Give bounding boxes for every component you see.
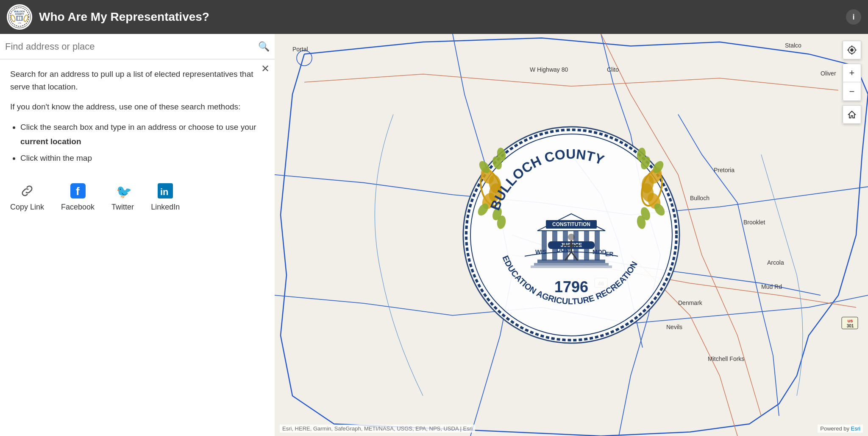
info-panel: Search for an address to pull up a list … — [0, 59, 275, 436]
home-controls — [843, 105, 861, 124]
list-item-1-bold: current location — [20, 137, 81, 146]
left-panel: 🔍 ✕ Search for an address to pull up a l… — [0, 34, 275, 436]
svg-text:f: f — [76, 185, 80, 198]
twitter-button[interactable]: 🐦 Twitter — [111, 182, 134, 212]
list-item-2: Click within the map — [20, 151, 264, 165]
copy-link-button[interactable]: Copy Link — [10, 182, 44, 212]
svg-point-72 — [851, 49, 853, 51]
linkedin-label: LinkedIn — [151, 203, 180, 212]
map-controls: + − — [843, 41, 861, 124]
linkedin-button[interactable]: in LinkedIn — [151, 182, 180, 212]
close-button[interactable]: ✕ — [261, 63, 270, 75]
svg-text:COUNTY: COUNTY — [15, 13, 24, 15]
list-item-1-text: Click the search box and type in an addr… — [20, 123, 256, 131]
facebook-icon: f — [70, 182, 86, 199]
facebook-button[interactable]: f Facebook — [61, 182, 95, 212]
svg-text:in: in — [160, 187, 169, 197]
map-container[interactable]: Portal Stalco Oliver Clito Pretoria Bull… — [275, 34, 868, 436]
info-text-2: If you don't know the address, use one o… — [10, 101, 264, 113]
county-logo: BULLOCH COUNTY 1796 — [7, 4, 32, 30]
twitter-icon: 🐦 — [114, 182, 131, 199]
svg-text:🐦: 🐦 — [116, 184, 131, 198]
zoom-controls: + − — [843, 64, 861, 101]
list-item-2-text: Click within the map — [20, 154, 92, 162]
app-header: BULLOCH COUNTY 1796 Who Are My Represent… — [0, 0, 868, 34]
esri-link[interactable]: Esri — [851, 425, 860, 432]
info-button[interactable]: i — [846, 9, 861, 25]
zoom-in-button[interactable]: + — [843, 64, 861, 82]
info-list: Click the search box and type in an addr… — [20, 120, 264, 165]
facebook-label: Facebook — [61, 203, 95, 212]
main-container: 🔍 ✕ Search for an address to pull up a l… — [0, 34, 868, 436]
zoom-out-button[interactable]: − — [843, 82, 861, 101]
twitter-label: Twitter — [111, 203, 134, 212]
map-canvas — [275, 34, 868, 436]
copy-link-label: Copy Link — [10, 203, 44, 212]
info-text-1: Search for an address to pull up a list … — [10, 68, 264, 94]
linkedin-icon: in — [157, 182, 174, 199]
app-title: Who Are My Representatives? — [39, 10, 839, 24]
copy-link-icon — [19, 182, 36, 199]
share-section: Copy Link f Facebook 🐦 — [10, 176, 264, 218]
svg-text:1796: 1796 — [18, 22, 21, 24]
locate-controls — [843, 41, 861, 59]
home-button[interactable] — [843, 105, 861, 124]
search-input[interactable] — [5, 41, 258, 52]
svg-marker-73 — [849, 111, 855, 118]
search-icon: 🔍 — [258, 41, 270, 52]
list-item-1: Click the search box and type in an addr… — [20, 120, 264, 149]
locate-button[interactable] — [843, 41, 861, 59]
search-bar: 🔍 — [0, 34, 275, 59]
